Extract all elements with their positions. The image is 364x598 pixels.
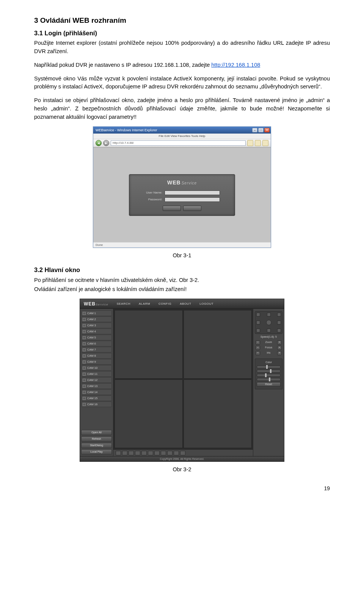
nav-about[interactable]: ABOUT <box>180 302 191 306</box>
refresh-icon[interactable] <box>247 140 253 146</box>
ptz-center-icon[interactable] <box>266 320 271 325</box>
nav-config[interactable]: CONFIG <box>158 302 171 306</box>
login-button[interactable] <box>163 206 181 211</box>
layout-6-icon[interactable] <box>129 451 134 455</box>
start-dialog-button[interactable]: StartDialog <box>81 443 112 448</box>
refresh-button[interactable]: Refresh <box>81 436 112 442</box>
back-icon[interactable]: ◄ <box>96 140 102 146</box>
fullscreen-icon[interactable] <box>180 451 185 455</box>
nav-alarm[interactable]: ALARM <box>139 302 150 306</box>
password-input[interactable] <box>165 197 220 202</box>
page-number: 19 <box>34 485 330 493</box>
nav-logout[interactable]: LOGOUT <box>199 302 213 306</box>
local-play-button[interactable]: Local Play <box>81 449 112 455</box>
ptz-up-icon[interactable] <box>267 313 271 316</box>
ptz-down-left-icon[interactable] <box>256 329 260 332</box>
camera-list-item[interactable]: CAM 11 <box>81 371 112 377</box>
camera-icon <box>83 312 86 315</box>
username-input[interactable] <box>165 190 220 195</box>
ptz-down-icon[interactable] <box>267 329 271 332</box>
camera-list-item[interactable]: CAM 2 <box>81 316 112 322</box>
camera-list-item[interactable]: CAM 16 <box>81 401 112 407</box>
print-icon[interactable] <box>262 140 268 146</box>
dvr-brand-text: WEB <box>84 301 96 307</box>
camera-list-item[interactable]: CAM 12 <box>81 377 112 383</box>
ptz-down-right-icon[interactable] <box>277 329 281 332</box>
camera-label: CAM 12 <box>87 378 97 382</box>
video-cell[interactable] <box>184 379 252 448</box>
camera-list-item[interactable]: CAM 6 <box>81 341 112 346</box>
ie-window: WEBservice - Windows Internet Explorer –… <box>93 126 271 248</box>
figure-3-1-caption: Obr 3-1 <box>34 252 330 260</box>
camera-list-item[interactable]: CAM 1 <box>81 310 112 316</box>
camera-label: CAM 14 <box>87 390 97 394</box>
camera-list-item[interactable]: CAM 4 <box>81 329 112 334</box>
example-url-link[interactable]: http://192.168.1.108 <box>211 62 260 68</box>
cancel-button[interactable] <box>183 206 201 211</box>
ptz-right-icon[interactable] <box>277 321 281 324</box>
video-cell[interactable] <box>115 379 183 448</box>
forward-icon[interactable]: ► <box>103 140 109 146</box>
camera-icon <box>83 360 86 364</box>
ptz-up-left-icon[interactable] <box>256 313 260 316</box>
camera-list-item[interactable]: CAM 15 <box>81 395 112 401</box>
layout-9-icon[interactable] <box>141 451 147 455</box>
zoom-minus-icon[interactable]: − <box>256 340 260 345</box>
dvr-topbar: WEBService SEARCH ALARM CONFIG ABOUT LOG… <box>80 299 284 309</box>
camera-list-item[interactable]: CAM 8 <box>81 353 112 359</box>
zoom-plus-icon[interactable]: + <box>277 340 282 345</box>
camera-list-item[interactable]: CAM 9 <box>81 359 112 365</box>
layout-1-icon[interactable] <box>116 451 121 455</box>
home-icon[interactable] <box>255 140 261 146</box>
layout-4-icon[interactable] <box>122 451 127 455</box>
video-cell[interactable] <box>184 310 252 379</box>
paragraph-example-ip: Například pokud DVR je nastaveno s IP ad… <box>34 61 330 69</box>
address-bar[interactable]: http://10.7.4.88/ <box>111 140 246 146</box>
focus-label: Focus <box>260 346 277 350</box>
layout-13-icon[interactable] <box>148 451 153 455</box>
figure-3-2-caption: Obr 3-2 <box>34 466 330 474</box>
focus-plus-icon[interactable]: + <box>277 346 282 350</box>
video-grid <box>113 309 253 449</box>
reset-button[interactable]: Reset <box>257 382 281 387</box>
layout-36-icon[interactable] <box>174 451 179 455</box>
close-icon[interactable]: × <box>264 128 270 132</box>
camera-label: CAM 1 <box>87 311 96 315</box>
camera-label: CAM 16 <box>87 402 97 406</box>
nav-search[interactable]: SEARCH <box>117 302 130 306</box>
view-toolbar <box>113 449 253 456</box>
camera-list-item[interactable]: CAM 14 <box>81 389 112 395</box>
camera-list-item[interactable]: CAM 13 <box>81 383 112 389</box>
maximize-icon[interactable]: □ <box>258 128 264 132</box>
focus-minus-icon[interactable]: − <box>256 346 260 350</box>
layout-16-icon[interactable] <box>154 451 160 455</box>
section-heading-3-1: 3.1 Login (přihlášení) <box>34 28 330 38</box>
camera-label: CAM 11 <box>87 372 97 376</box>
camera-list-item[interactable]: CAM 7 <box>81 347 112 353</box>
brightness-slider[interactable] <box>257 365 281 368</box>
camera-list-item[interactable]: CAM 3 <box>81 323 112 328</box>
open-all-button[interactable]: Open All <box>81 430 112 435</box>
contrast-slider[interactable] <box>257 370 281 373</box>
camera-list-item[interactable]: CAM 5 <box>81 335 112 340</box>
layout-20-icon[interactable] <box>161 451 166 455</box>
iris-minus-icon[interactable]: − <box>256 351 260 355</box>
ie-title-text: WEBservice - Windows Internet Explorer <box>96 128 157 133</box>
video-cell[interactable] <box>115 310 183 379</box>
minimize-icon[interactable]: – <box>252 128 257 132</box>
ie-toolbar: ◄ ► http://10.7.4.88/ <box>93 139 271 147</box>
ptz-left-icon[interactable] <box>256 321 260 324</box>
dvr-main-window: WEBService SEARCH ALARM CONFIG ABOUT LOG… <box>80 299 284 462</box>
paragraph-intro: Použijte Internet explorer (ostatní proh… <box>34 39 330 56</box>
hue-slider[interactable] <box>257 378 281 381</box>
ie-status-bar: Done <box>93 242 271 247</box>
camera-label: CAM 7 <box>87 348 96 352</box>
camera-list-item[interactable]: CAM 10 <box>81 365 112 371</box>
layout-25-icon[interactable] <box>167 451 173 455</box>
ptz-up-right-icon[interactable] <box>277 313 281 316</box>
iris-plus-icon[interactable]: + <box>277 351 282 355</box>
layout-8-icon[interactable] <box>135 451 140 455</box>
ie-menu-bar[interactable]: File Edit View Favorites Tools Help <box>93 134 271 139</box>
camera-list-panel: CAM 1CAM 2CAM 3CAM 4CAM 5CAM 6CAM 7CAM 8… <box>80 309 113 456</box>
saturation-slider[interactable] <box>257 374 281 377</box>
